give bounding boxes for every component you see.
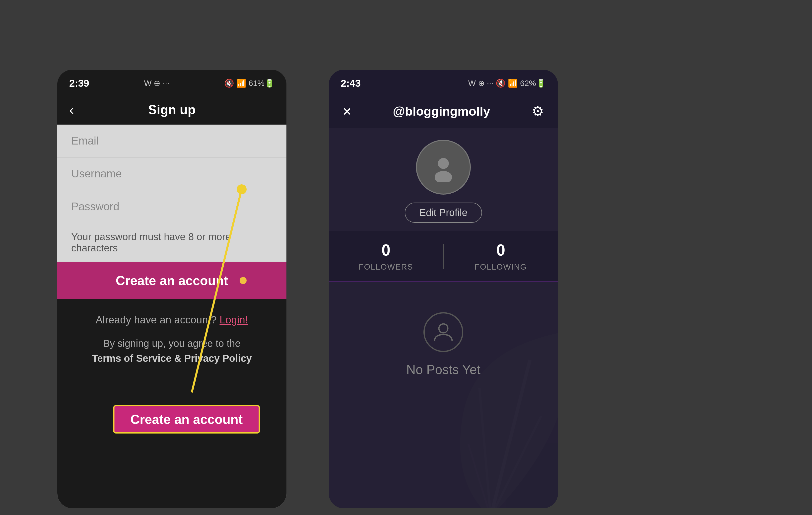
signup-header: ‹ Sign up [57, 95, 286, 124]
status-icons-right: W ⊕ ··· 🔇 📶 62%🔋 [468, 79, 546, 88]
avatar-section: Edit Profile [329, 128, 558, 231]
avatar [416, 140, 471, 195]
followers-label: FOLLOWERS [359, 262, 413, 271]
phone-right: 2:43 W ⊕ ··· 🔇 📶 62%🔋 × @bloggingmolly ⚙… [329, 70, 558, 508]
stats-row: 0 FOLLOWERS 0 FOLLOWING [329, 231, 558, 282]
profile-username: @bloggingmolly [393, 104, 490, 119]
status-bar-left: 2:39 W ⊕ ··· 🔇 📶 61%🔋 [57, 70, 286, 95]
username-input[interactable] [71, 167, 272, 180]
following-label: FOLLOWING [474, 262, 527, 271]
signup-title: Sign up [148, 102, 196, 117]
following-stat: 0 FOLLOWING [444, 241, 558, 271]
login-link[interactable]: Login! [220, 314, 248, 326]
username-field-wrapper [57, 158, 286, 190]
settings-icon[interactable]: ⚙ [531, 103, 544, 119]
svg-point-3 [435, 171, 452, 182]
status-bar-right: 2:43 W ⊕ ··· 🔇 📶 62%🔋 [329, 70, 558, 95]
right-phone-wrapper: 2:43 W ⊕ ··· 🔇 📶 62%🔋 × @bloggingmolly ⚙… [329, 30, 558, 508]
svg-point-2 [438, 158, 449, 169]
time-right: 2:43 [341, 78, 361, 89]
button-dot [240, 277, 246, 284]
back-button[interactable]: ‹ [69, 102, 74, 118]
avatar-icon [428, 152, 458, 182]
edit-profile-button[interactable]: Edit Profile [405, 203, 482, 223]
password-input[interactable] [71, 200, 272, 213]
terms-text: By signing up, you agree to the Terms of… [92, 336, 252, 366]
followers-count: 0 [382, 241, 390, 259]
profile-header: × @bloggingmolly ⚙ [329, 95, 558, 128]
form-area: Your password must have 8 or more charac… [57, 124, 286, 508]
email-field-wrapper [57, 124, 286, 158]
followers-stat: 0 FOLLOWERS [329, 241, 443, 271]
left-phone-wrapper: 2:39 W ⊕ ··· 🔇 📶 61%🔋 ‹ Sign up [57, 30, 286, 508]
status-icons-left: W ⊕ ··· [144, 79, 169, 88]
form-footer: Already have an account? Login! By signi… [57, 299, 286, 508]
close-button[interactable]: × [343, 103, 351, 120]
decorative-shape [404, 304, 558, 508]
create-account-button[interactable]: Create an account [57, 262, 286, 299]
annotation-label: Create an account [113, 405, 260, 433]
phone-left: 2:39 W ⊕ ··· 🔇 📶 61%🔋 ‹ Sign up [57, 70, 286, 508]
following-count: 0 [496, 241, 505, 259]
battery-left: 🔇 📶 61%🔋 [224, 79, 274, 88]
password-hint: Your password must have 8 or more charac… [57, 223, 286, 262]
time-left: 2:39 [69, 78, 89, 89]
email-input[interactable] [71, 135, 272, 147]
password-field-wrapper [57, 190, 286, 223]
already-have-account-text: Already have an account? Login! [96, 314, 248, 326]
no-posts-area: No Posts Yet [329, 282, 558, 508]
